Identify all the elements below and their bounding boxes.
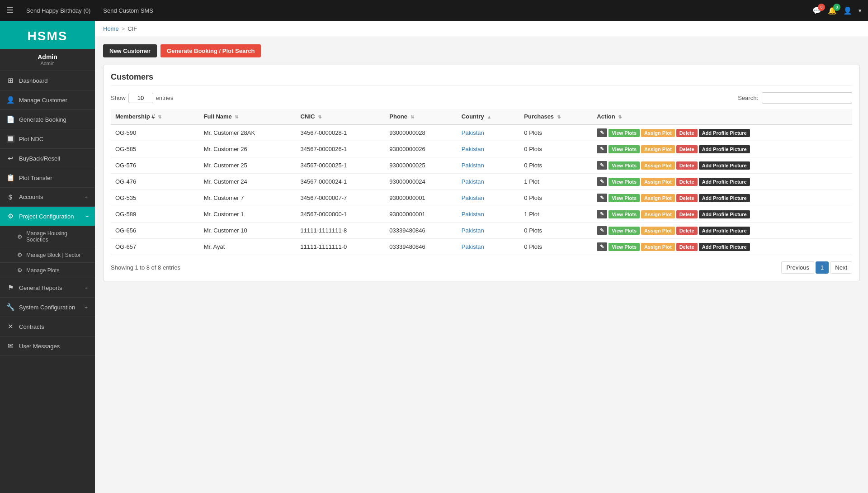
add-profile-button[interactable]: Add Profile Picture [699,145,750,153]
col-country[interactable]: Country ▲ [457,109,519,124]
add-profile-button[interactable]: Add Profile Picture [699,161,750,170]
edit-button[interactable]: ✎ [597,210,607,218]
next-page-button[interactable]: Next [830,261,852,274]
edit-button[interactable]: ✎ [597,226,607,235]
send-birthday-link[interactable]: Send Happy Birthday (0) [26,7,90,14]
add-profile-button[interactable]: Add Profile Picture [699,227,750,235]
cell-phone: 03339480846 [385,223,457,239]
sidebar-item-generate-booking[interactable]: 📄 Generate Booking [0,110,95,129]
assign-plot-button[interactable]: Assign Plot [641,145,675,153]
contracts-icon: ✕ [6,322,14,331]
sidebar-item-manage-block[interactable]: ⚙ Manage Block | Sector [0,247,95,263]
edit-button[interactable]: ✎ [597,145,607,153]
assign-plot-button[interactable]: Assign Plot [641,227,675,235]
sidebar-item-manage-plots[interactable]: ⚙ Manage Plots [0,263,95,278]
sidebar-item-label: Dashboard [19,77,89,84]
cell-cnic: 34567-0000024-1 [296,174,385,190]
page-1-button[interactable]: 1 [816,261,829,274]
col-purchases[interactable]: Purchases ⇅ [519,109,592,124]
col-cnic[interactable]: CNIC ⇅ [296,109,385,124]
assign-plot-button[interactable]: Assign Plot [641,178,675,186]
delete-button[interactable]: Delete [676,145,698,153]
cell-phone: 93000000024 [385,174,457,190]
edit-button[interactable]: ✎ [597,242,607,251]
delete-button[interactable]: Delete [676,243,698,251]
cell-phone: 93000000026 [385,141,457,157]
sidebar-item-contracts[interactable]: ✕ Contracts [0,317,95,337]
sidebar-item-user-messages[interactable]: ✉ User Messages [0,337,95,356]
chat-icon-btn[interactable]: 💬 0 [812,6,821,15]
view-plots-button[interactable]: View Plots [609,227,640,235]
add-profile-button[interactable]: Add Profile Picture [699,194,750,202]
sidebar-item-label: BuyBack/Resell [19,155,89,162]
sidebar-item-plot-ndc[interactable]: 🔲 Plot NDC [0,129,95,149]
cell-fullname: Mr. Customer 26 [199,141,296,157]
generate-booking-button[interactable]: Generate Booking / Plot Search [160,44,261,57]
sidebar-item-system-config[interactable]: 🔧 System Configuration ＋ [0,298,95,317]
edit-button[interactable]: ✎ [597,194,607,202]
delete-button[interactable]: Delete [676,210,698,218]
assign-plot-button[interactable]: Assign Plot [641,210,675,218]
assign-plot-button[interactable]: Assign Plot [641,243,675,251]
breadcrumb-home[interactable]: Home [103,25,119,32]
sidebar-item-project-config[interactable]: ⚙ Project Configuration − [0,207,95,226]
user-icon-btn[interactable]: 👤 [843,6,852,15]
sidebar-item-manage-housing[interactable]: ⚙ Manage Housing Societies [0,226,95,247]
edit-button[interactable]: ✎ [597,161,607,170]
view-plots-button[interactable]: View Plots [609,129,640,137]
view-plots-button[interactable]: View Plots [609,178,640,186]
col-fullname[interactable]: Full Name ⇅ [199,109,296,124]
search-input[interactable] [762,92,852,104]
col-phone[interactable]: Phone ⇅ [385,109,457,124]
cell-country: Pakistan [457,239,519,255]
cell-membership: OG-589 [111,206,199,223]
generate-booking-icon: 📄 [6,115,14,123]
dropdown-caret[interactable]: ▾ [859,7,862,14]
add-profile-button[interactable]: Add Profile Picture [699,129,750,137]
sidebar-item-accounts[interactable]: $ Accounts ＋ [0,188,95,207]
sidebar-item-dashboard[interactable]: ⊞ Dashboard [0,71,95,90]
view-plots-button[interactable]: View Plots [609,210,640,218]
cell-fullname: Mr. Customer 28AK [199,124,296,141]
sidebar-item-manage-customer[interactable]: 👤 Manage Customer [0,90,95,110]
view-plots-button[interactable]: View Plots [609,243,640,251]
view-plots-button[interactable]: View Plots [609,145,640,153]
show-entries-input[interactable]: 10 [128,93,153,103]
cell-fullname: Mr. Customer 1 [199,206,296,223]
new-customer-button[interactable]: New Customer [103,44,157,57]
sidebar-item-label: User Messages [19,343,89,350]
send-sms-link[interactable]: Send Custom SMS [103,7,153,14]
assign-plot-button[interactable]: Assign Plot [641,194,675,202]
add-profile-button[interactable]: Add Profile Picture [699,178,750,186]
col-membership[interactable]: Membership # ⇅ [111,109,199,124]
cell-country: Pakistan [457,141,519,157]
add-profile-button[interactable]: Add Profile Picture [699,243,750,251]
delete-button[interactable]: Delete [676,178,698,186]
sidebar-item-plot-transfer[interactable]: 📋 Plot Transfer [0,168,95,188]
sidebar: HSMS Admin Admin ⊞ Dashboard 👤 Manage Cu… [0,21,95,493]
assign-plot-button[interactable]: Assign Plot [641,129,675,137]
accounts-expand-icon: ＋ [84,194,89,200]
entries-label: entries [156,95,174,101]
table-row: OG-657 Mr. Ayat 11111-1111111-0 03339480… [111,239,852,255]
delete-button[interactable]: Delete [676,129,698,137]
view-plots-button[interactable]: View Plots [609,194,640,202]
view-plots-button[interactable]: View Plots [609,161,640,170]
add-profile-button[interactable]: Add Profile Picture [699,210,750,218]
cell-cnic: 34567-0000000-1 [296,206,385,223]
edit-button[interactable]: ✎ [597,128,607,137]
sidebar-item-general-reports[interactable]: ⚑ General Reports ＋ [0,278,95,298]
delete-button[interactable]: Delete [676,194,698,202]
edit-button[interactable]: ✎ [597,177,607,186]
sidebar-item-buyback-resell[interactable]: ↩ BuyBack/Resell [0,149,95,168]
table-controls: Show 10 entries Search: [111,92,852,104]
sidebar-toggle[interactable]: ☰ [6,5,14,15]
cell-cnic: 34567-0000007-7 [296,190,385,206]
prev-page-button[interactable]: Previous [781,261,814,274]
table-row: OG-535 Mr. Customer 7 34567-0000007-7 93… [111,190,852,206]
general-reports-icon: ⚑ [6,284,14,292]
delete-button[interactable]: Delete [676,161,698,170]
delete-button[interactable]: Delete [676,227,698,235]
notification-icon-btn[interactable]: 🔔 0 [828,6,837,15]
assign-plot-button[interactable]: Assign Plot [641,161,675,170]
